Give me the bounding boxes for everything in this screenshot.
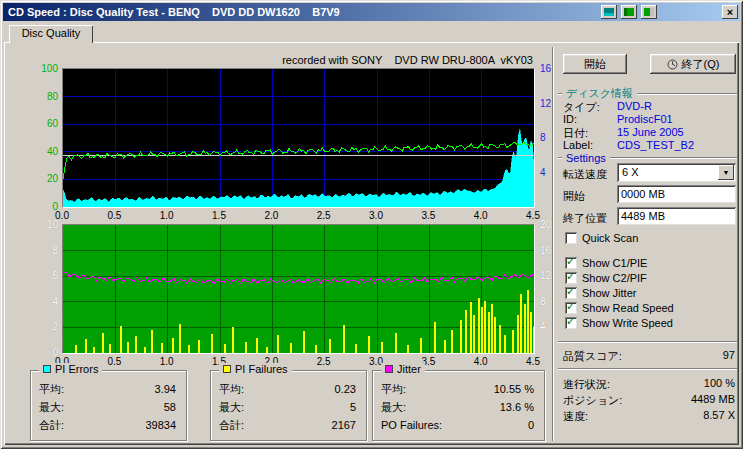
axis-tick: 3.5 — [416, 210, 440, 221]
axis-tick: 4 — [540, 321, 562, 332]
axis-tick: 4 — [28, 296, 58, 307]
exit-button-label: 終了(Q) — [682, 57, 720, 72]
stat-value: 58 — [164, 398, 176, 416]
result-label: 速度: — [563, 409, 588, 424]
checkbox-label: Quick Scan — [582, 232, 638, 244]
axis-tick: 4 — [540, 167, 562, 178]
axis-tick: 12 — [540, 270, 562, 281]
axis-tick: 2.5 — [312, 356, 336, 367]
legend-swatch — [43, 365, 51, 373]
stats-caption: PI Failures — [219, 363, 292, 375]
disc-icon-glyph — [644, 8, 654, 16]
checkbox-show-c2-pif[interactable]: Show C2/PIF — [565, 272, 647, 284]
axis-tick: 4.0 — [469, 356, 493, 367]
chevron-down-icon[interactable]: ▼ — [718, 165, 734, 180]
settings-header-line — [558, 157, 562, 159]
checkbox-show-c1-pie[interactable]: Show C1/PIE — [565, 257, 647, 269]
stat-label: PO Failures: — [381, 416, 442, 434]
checkbox-show-write-speed[interactable]: Show Write Speed — [565, 317, 673, 329]
axis-tick: 6 — [28, 270, 58, 281]
result-label: ポジション: — [563, 393, 622, 408]
separator-line — [558, 341, 737, 343]
stat-row: 合計:39834 — [31, 416, 186, 434]
disc-info-label: ID: — [563, 113, 577, 125]
stat-label: 最大: — [39, 398, 64, 416]
checkbox-label: Show Read Speed — [582, 302, 674, 314]
result-value: 100 % — [630, 377, 735, 389]
stat-row: 平均:0.23 — [211, 380, 366, 398]
axis-tick: 8 — [540, 132, 562, 143]
result-value: 4489 MB — [630, 393, 735, 405]
start-button[interactable]: 開始 — [563, 54, 627, 74]
disc-info-value: CDS_TEST_B2 — [617, 139, 694, 151]
stats-groupbox-pi-failures: PI Failures平均:0.23最大:5合計:2167 — [210, 370, 367, 441]
stat-value: 2167 — [332, 416, 356, 434]
result-value: 97 — [630, 349, 735, 361]
axis-tick: 80 — [28, 91, 58, 102]
checkbox-label: Show C1/PIE — [582, 257, 647, 269]
log-icon[interactable] — [621, 5, 637, 19]
stat-row: 最大:58 — [31, 398, 186, 416]
axis-tick: 20 — [28, 173, 58, 184]
axis-tick: 16 — [540, 245, 562, 256]
separator-line — [558, 368, 737, 370]
stat-label: 最大: — [381, 398, 406, 416]
window-title: CD Speed : Disc Quality Test - BENQ DVD … — [3, 6, 340, 18]
axis-tick: 2.5 — [312, 210, 336, 221]
axis-tick: 2.0 — [259, 210, 283, 221]
stat-value: 0.23 — [335, 380, 356, 398]
stats-groupbox-pi-errors: PI Errors平均:3.94最大:58合計:39834 — [30, 370, 187, 441]
stat-row: 平均:3.94 — [31, 380, 186, 398]
result-label: 品質スコア: — [563, 349, 622, 364]
stats-rows: 平均:3.94最大:58合計:39834 — [31, 371, 186, 434]
checkbox-label: Show C2/PIF — [582, 272, 647, 284]
axis-tick: 60 — [28, 118, 58, 129]
disc-info-header-line — [558, 93, 562, 95]
settings-header-line — [610, 157, 737, 159]
axis-tick: 8 — [540, 296, 562, 307]
stat-value: 39834 — [145, 416, 176, 434]
stats-caption: PI Errors — [39, 363, 102, 375]
disc-info-header: ディスク情報 — [558, 86, 737, 101]
checkbox-box[interactable] — [565, 232, 577, 244]
stat-label: 最大: — [219, 398, 244, 416]
checkbox-show-read-speed[interactable]: Show Read Speed — [565, 302, 674, 314]
stat-row: 合計:2167 — [211, 416, 366, 434]
axis-tick: 100 — [28, 63, 58, 74]
recorded-with-label: recorded with SONY DVD RW DRU-800A vKY03 — [200, 54, 533, 66]
checkbox-quick-scan[interactable]: Quick Scan — [565, 232, 638, 244]
titlebar[interactable]: CD Speed : Disc Quality Test - BENQ DVD … — [3, 3, 740, 21]
close-icon[interactable]: × — [722, 5, 738, 19]
quality-chart-bottom — [62, 224, 535, 354]
checkbox-box[interactable] — [565, 287, 577, 299]
transfer-speed-select[interactable]: 6 X ▼ — [617, 163, 736, 182]
transfer-speed-label: 転送速度 — [563, 167, 607, 182]
stat-row: 最大:13.6 % — [373, 398, 544, 416]
stat-value: 3.94 — [155, 380, 176, 398]
transfer-speed-value: 6 X — [622, 166, 639, 178]
log-icon-glyph — [624, 8, 634, 16]
result-value: 8.57 X — [630, 409, 735, 421]
axis-tick: 40 — [28, 146, 58, 157]
legend-swatch — [223, 365, 231, 373]
checkbox-box[interactable] — [565, 257, 577, 269]
stat-row: 最大:5 — [211, 398, 366, 416]
tab-disc-quality[interactable]: Disc Quality — [9, 25, 93, 43]
checkbox-box[interactable] — [565, 272, 577, 284]
disc-info-header-label: ディスク情報 — [566, 86, 633, 101]
checkbox-box[interactable] — [565, 317, 577, 329]
disc-icon[interactable] — [641, 5, 657, 19]
chart-icon[interactable] — [601, 5, 617, 19]
chart-icon-glyph — [604, 8, 614, 16]
disc-info-label: Label: — [563, 139, 593, 151]
end-position-input[interactable] — [617, 207, 736, 225]
axis-tick: 20 — [540, 219, 562, 230]
checkbox-show-jitter[interactable]: Show Jitter — [565, 287, 636, 299]
stats-rows: 平均:10.55 %最大:13.6 %PO Failures:0 — [373, 371, 544, 434]
stat-label: 平均: — [219, 380, 244, 398]
disc-info-value: DVD-R — [617, 100, 652, 112]
exit-button[interactable]: 終了(Q) — [650, 54, 736, 74]
checkbox-box[interactable] — [565, 302, 577, 314]
quality-chart-top — [62, 68, 535, 208]
start-position-input[interactable] — [617, 185, 736, 203]
